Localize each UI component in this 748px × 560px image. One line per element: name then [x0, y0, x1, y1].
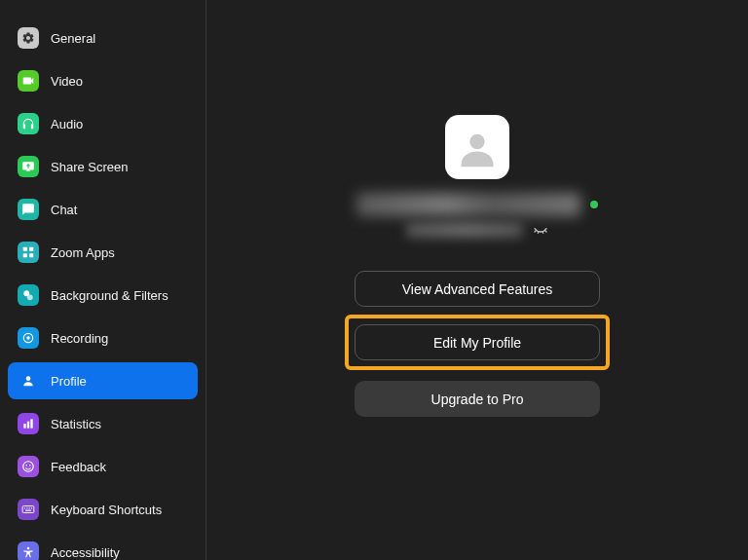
svg-rect-3: [29, 253, 33, 257]
sidebar-item-audio[interactable]: Audio: [8, 105, 198, 142]
svg-rect-19: [25, 510, 31, 511]
bar-chart-icon: [18, 413, 39, 434]
accessibility-icon: [18, 541, 39, 560]
sidebar-item-profile[interactable]: Profile: [8, 362, 198, 399]
sidebar-item-keyboard-shortcuts[interactable]: Keyboard Shortcuts: [8, 491, 198, 528]
recording-icon: [18, 327, 39, 349]
svg-point-12: [25, 465, 27, 467]
apps-grid-icon: [18, 242, 39, 263]
sidebar-item-label: Zoom Apps: [51, 245, 115, 260]
svg-rect-14: [22, 506, 34, 513]
svg-rect-0: [23, 247, 27, 251]
svg-rect-8: [23, 424, 25, 429]
button-label: Upgrade to Pro: [431, 392, 524, 407]
button-label: View Advanced Features: [402, 281, 553, 297]
sidebar-item-label: General: [51, 31, 95, 46]
chat-bubble-icon: [18, 199, 39, 220]
button-label: Edit My Profile: [433, 335, 521, 351]
tutorial-highlight: Edit My Profile: [345, 315, 610, 370]
svg-rect-1: [29, 247, 33, 251]
svg-point-7: [26, 376, 31, 381]
eye-closed-icon[interactable]: [533, 222, 548, 238]
sidebar-item-video[interactable]: Video: [8, 62, 198, 99]
sidebar-item-recording[interactable]: Recording: [8, 319, 198, 356]
feedback-smile-icon: [18, 456, 39, 477]
profile-subtitle-obscured: [406, 222, 523, 238]
sidebar-item-label: Share Screen: [51, 160, 129, 174]
svg-point-21: [469, 134, 484, 149]
svg-point-13: [29, 465, 31, 467]
sidebar-item-background-filters[interactable]: Background & Filters: [8, 277, 198, 314]
svg-rect-10: [30, 419, 32, 428]
svg-point-6: [26, 336, 30, 340]
svg-rect-16: [26, 507, 27, 508]
headphones-icon: [18, 113, 39, 134]
sidebar-item-statistics[interactable]: Statistics: [8, 405, 198, 442]
avatar: [445, 115, 509, 179]
sidebar-item-label: Video: [51, 74, 83, 89]
svg-rect-17: [29, 507, 30, 508]
sidebar-item-label: Recording: [51, 331, 108, 346]
sidebar-item-label: Feedback: [51, 460, 106, 474]
edit-my-profile-button[interactable]: Edit My Profile: [355, 324, 600, 360]
sidebar-item-label: Audio: [51, 117, 83, 131]
keyboard-icon: [18, 499, 39, 520]
svg-rect-9: [27, 422, 29, 429]
settings-sidebar: General Video Audio Share Screen Chat Zo…: [0, 0, 206, 560]
svg-point-11: [23, 462, 34, 472]
view-advanced-features-button[interactable]: View Advanced Features: [355, 271, 600, 307]
sidebar-item-label: Profile: [51, 374, 87, 389]
sidebar-item-label: Chat: [51, 203, 77, 217]
profile-name-obscured: [356, 193, 580, 216]
svg-rect-15: [24, 507, 25, 508]
gear-icon: [18, 27, 39, 49]
svg-point-20: [27, 547, 30, 550]
sidebar-item-general[interactable]: General: [8, 19, 198, 56]
sidebar-item-label: Statistics: [51, 417, 101, 431]
profile-panel: View Advanced Features Edit My Profile U…: [206, 0, 748, 560]
sidebar-item-label: Background & Filters: [51, 288, 168, 303]
background-filters-icon: [18, 284, 39, 306]
upgrade-to-pro-button[interactable]: Upgrade to Pro: [355, 381, 600, 417]
svg-rect-18: [31, 507, 32, 508]
sidebar-item-accessibility[interactable]: Accessibility: [8, 534, 198, 560]
sidebar-item-label: Keyboard Shortcuts: [51, 503, 162, 517]
sidebar-item-chat[interactable]: Chat: [8, 191, 198, 228]
profile-subtitle-row: [406, 222, 548, 238]
sidebar-item-feedback[interactable]: Feedback: [8, 448, 198, 485]
svg-rect-2: [23, 253, 27, 257]
video-camera-icon: [18, 70, 39, 92]
sidebar-item-share-screen[interactable]: Share Screen: [8, 148, 198, 185]
sidebar-item-label: Accessibility: [51, 545, 120, 560]
person-icon: [18, 370, 39, 392]
profile-name-row: [356, 193, 598, 216]
sidebar-item-zoom-apps[interactable]: Zoom Apps: [8, 234, 198, 271]
presence-indicator-icon: [590, 201, 598, 208]
share-screen-icon: [18, 156, 39, 177]
